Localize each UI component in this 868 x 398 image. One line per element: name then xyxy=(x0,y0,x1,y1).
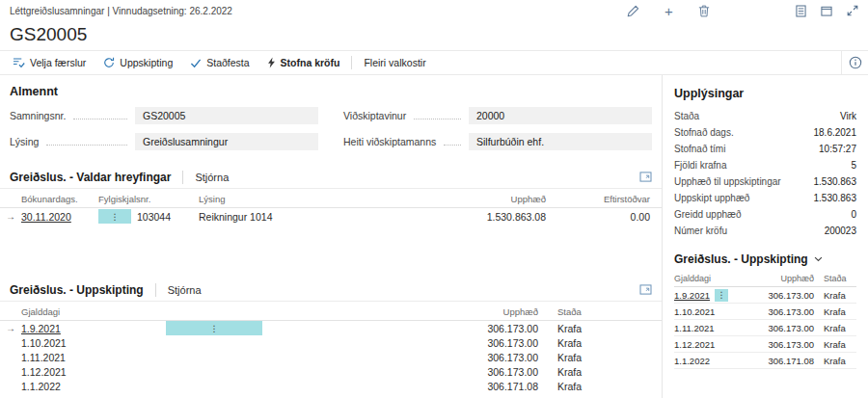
gjalddagi-link[interactable]: 1.9.2021 xyxy=(21,323,166,334)
open-window-icon[interactable] xyxy=(821,5,832,16)
stofna-krofu-label: Stofna kröfu xyxy=(281,57,340,68)
main-column: Almennt Samningsnr. GS20005 Viðskiptavin… xyxy=(0,75,662,398)
upphaed-cell: 306.173.00 xyxy=(754,290,814,301)
selected-cell-ellipsis[interactable]: ⋮ xyxy=(166,321,262,335)
gjalddagi-cell[interactable]: 1.10.2021 xyxy=(21,337,166,349)
gjalddagi-cell[interactable]: 1.12.2021 xyxy=(674,339,754,350)
entries-grid-title: Greiðslus. - Valdar hreyfingar xyxy=(10,171,171,184)
lysing-cell: Reikningur 1014 xyxy=(191,211,420,223)
stofna-krofu-button[interactable]: Stofna kröfu xyxy=(258,57,349,68)
col-lysing[interactable]: Lýsing xyxy=(191,194,420,204)
field-vidskiptavinur: Viðskiptavinur 20000 xyxy=(343,107,652,124)
entries-row[interactable]: → 30.11.2020 ⋮ 103044 Reikningur 1014 1.… xyxy=(0,208,662,225)
split-manage-menu[interactable]: Stjórna xyxy=(168,284,202,296)
col-upphaed[interactable]: Upphæð xyxy=(432,306,538,317)
factbox-value: 0 xyxy=(851,209,856,220)
confirm-icon xyxy=(190,58,202,68)
header-divider xyxy=(182,171,183,184)
factbox-value: Virk xyxy=(840,111,856,121)
upphaed-cell: 1.530.863.08 xyxy=(420,211,546,223)
factbox-grid-row[interactable]: 1.12.2021 306.173.00 Krafa xyxy=(674,336,856,353)
factbox-field: Stofnað dags. 18.6.2021 xyxy=(674,124,856,141)
factbox-grid-row[interactable]: 1.9.2021 ⋮ 306.173.00 Krafa xyxy=(674,287,856,304)
col-fylgiskjalsnr[interactable]: Fylgiskjalsnr. xyxy=(98,194,191,204)
edit-icon[interactable] xyxy=(627,5,639,17)
gjalddagi-cell[interactable]: 1.11.2021 xyxy=(21,352,166,363)
fullscreen-icon[interactable] xyxy=(847,5,858,16)
stada-cell: Krafa xyxy=(538,366,662,378)
col-upphaed[interactable]: Upphæð xyxy=(420,194,546,204)
info-icon[interactable] xyxy=(841,51,868,74)
col-stada[interactable]: Staða xyxy=(814,274,856,283)
action-bar: Velja færslur Uppskipting Staðfesta Stof… xyxy=(0,50,868,75)
upphaed-cell: 306.173.00 xyxy=(432,352,538,363)
vidskiptavinur-input[interactable]: 20000 xyxy=(469,107,652,124)
entries-manage-menu[interactable]: Stjórna xyxy=(195,172,229,183)
split-row[interactable]: 1.11.2021 306.173.00 Krafa xyxy=(0,350,662,364)
velja-faerslur-button[interactable]: Velja færslur xyxy=(4,57,95,68)
delete-icon[interactable] xyxy=(698,5,710,17)
factbox-grid-row[interactable]: 1.10.2021 306.173.00 Krafa xyxy=(674,304,856,320)
gjalddagi-cell[interactable]: 1.10.2021 xyxy=(674,306,754,317)
factbox-grid-title[interactable]: Greiðslus. - Uppskipting xyxy=(674,252,856,274)
stadfesta-button[interactable]: Staðfesta xyxy=(181,57,258,68)
selected-cell-ellipsis[interactable]: ⋮ xyxy=(98,209,131,224)
action-separator xyxy=(351,56,352,69)
split-row[interactable]: → 1.9.2021 ⋮ 306.173.00 Krafa xyxy=(0,321,662,335)
heiti-input[interactable]: Silfurbúðin ehf. xyxy=(469,133,652,150)
uppskipting-button[interactable]: Uppskipting xyxy=(95,57,181,68)
split-grid-header: Greiðslus. - Uppskipting Stjórna xyxy=(0,279,662,302)
col-stada[interactable]: Staða xyxy=(538,306,662,317)
header-divider xyxy=(155,283,156,297)
entries-column-headers: Bókunardags. Fylgiskjalsnr. Lýsing Upphæ… xyxy=(0,189,662,208)
factbox-value: 5 xyxy=(851,160,856,171)
factbox-title: Upplýsingar xyxy=(674,81,856,108)
factbox-value: 10:57:27 xyxy=(819,144,856,154)
stada-cell: Krafa xyxy=(814,323,856,333)
split-row[interactable]: 1.10.2021 306.173.00 Krafa xyxy=(0,335,662,350)
factbox-field: Uppskipt upphæð 1.530.863 xyxy=(674,190,856,206)
window-icons xyxy=(796,0,858,21)
heiti-label: Heiti viðskiptamanns xyxy=(343,136,436,147)
factbox-grid-row[interactable]: 1.1.2022 306.171.08 Krafa xyxy=(674,353,856,369)
stada-cell: Krafa xyxy=(814,356,856,366)
gjalddagi-cell[interactable]: 1.1.2022 xyxy=(674,356,754,366)
entries-focus-mode-icon[interactable] xyxy=(639,172,652,182)
samningsnr-input[interactable]: GS20005 xyxy=(135,107,318,124)
gjalddagi-cell[interactable]: 1.1.2022 xyxy=(21,381,166,392)
split-row[interactable]: 1.1.2022 306.171.08 Krafa xyxy=(0,379,662,393)
field-lysing: Lýsing Greiðslusamningur xyxy=(10,133,318,150)
col-eftirstodvar[interactable]: Eftirstöðvar xyxy=(546,194,662,204)
factbox-field: Fjöldi krafna 5 xyxy=(674,157,856,173)
upphaed-cell: 306.171.08 xyxy=(754,356,814,366)
selected-cell-ellipsis[interactable]: ⋮ xyxy=(715,289,728,302)
lysing-input[interactable]: Greiðslusamningur xyxy=(135,133,318,150)
gjalddagi-link[interactable]: 1.9.2021 xyxy=(674,290,710,301)
col-bokunardags[interactable]: Bókunardags. xyxy=(21,194,98,204)
col-gjalddagi[interactable]: Gjalddagi xyxy=(674,274,754,283)
chevron-down-icon xyxy=(814,256,823,262)
upphaed-cell: 306.173.00 xyxy=(432,337,538,349)
stadfesta-label: Staðfesta xyxy=(206,57,249,68)
factbox-grid-row[interactable]: 1.11.2021 306.173.00 Krafa xyxy=(674,320,856,336)
fleiri-valkostir-button[interactable]: Fleiri valkostir xyxy=(355,57,434,68)
factbox-value: 200023 xyxy=(825,226,856,236)
factbox-value: 1.530.863 xyxy=(814,193,857,203)
command-icons: + xyxy=(627,0,710,21)
factbox-label: Greidd upphæð xyxy=(674,209,742,220)
stada-cell: Krafa xyxy=(814,306,856,317)
col-gjalddagi[interactable]: Gjalddagi xyxy=(21,306,166,317)
factbox-label: Stofnað tími xyxy=(674,144,725,154)
factbox-grid-column-headers: Gjalddagi Upphæð Staða xyxy=(674,274,856,287)
col-upphaed[interactable]: Upphæð xyxy=(754,274,814,283)
report-icon[interactable] xyxy=(796,5,806,17)
add-icon[interactable]: + xyxy=(665,4,673,18)
split-focus-mode-icon[interactable] xyxy=(639,284,652,295)
factbox-label: Staða xyxy=(674,111,699,121)
factbox-label: Upphæð til uppskiptingar xyxy=(674,176,781,187)
gjalddagi-cell[interactable]: 1.12.2021 xyxy=(21,366,166,378)
gjalddagi-cell[interactable]: 1.11.2021 xyxy=(674,323,754,333)
split-row[interactable]: 1.12.2021 306.173.00 Krafa xyxy=(0,364,662,379)
bokunardags-link[interactable]: 30.11.2020 xyxy=(21,211,98,223)
samningsnr-label: Samningsnr. xyxy=(10,110,66,121)
